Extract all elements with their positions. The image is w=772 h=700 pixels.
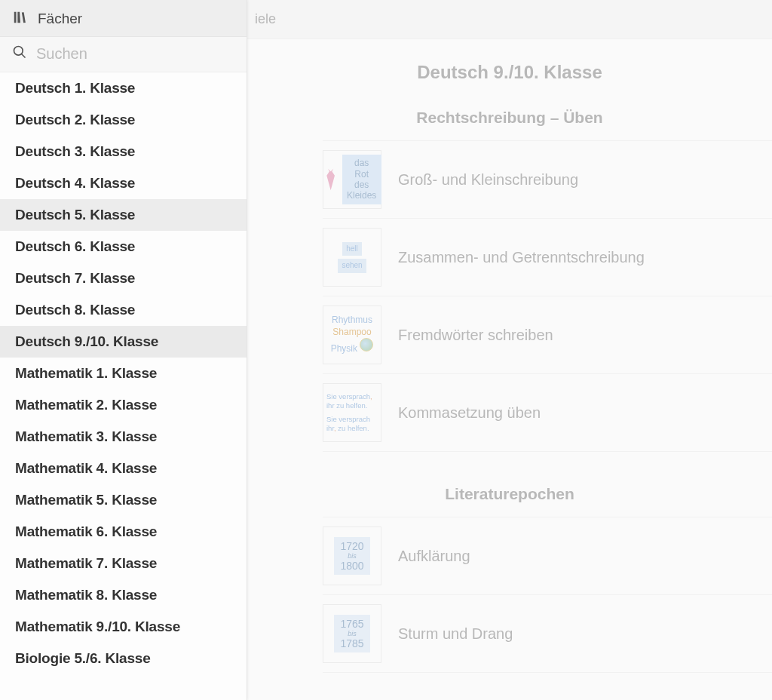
svg-line-1 <box>22 54 26 58</box>
item-thumbnail: 1720bis1800 <box>323 527 381 585</box>
item-thumbnail: 1765bis1785 <box>323 604 381 663</box>
sidebar-item[interactable]: Mathematik 6. Klasse <box>0 516 247 548</box>
sidebar-item[interactable]: Mathematik 7. Klasse <box>0 548 247 579</box>
sidebar-item[interactable]: Mathematik 8. Klasse <box>0 579 247 611</box>
item-title: Kommasetzung üben <box>398 404 541 422</box>
sidebar-item[interactable]: Deutsch 5. Klasse <box>0 199 247 231</box>
item-title: Groß- und Kleinschreibung <box>398 171 578 189</box>
search-input[interactable] <box>36 45 234 63</box>
books-icon <box>12 9 29 29</box>
sidebar-item[interactable]: Deutsch 6. Klasse <box>0 231 247 262</box>
sidebar-item[interactable]: Mathematik 5. Klasse <box>0 484 247 516</box>
sidebar-item[interactable]: Mathematik 4. Klasse <box>0 453 247 484</box>
sidebar-item[interactable]: Deutsch 1. Klasse <box>0 72 247 104</box>
item-thumbnail: RhythmusShampooPhysik <box>323 305 381 364</box>
item-title: Zusammen- und Getrenntschreibung <box>398 249 645 266</box>
section-title: Rechtschreibung – Üben <box>247 98 772 140</box>
item-thumbnail: hellsehen <box>323 228 381 287</box>
item-thumbnail: Sie versprach, ihr zu helfen. Sie verspr… <box>323 383 381 442</box>
sidebar: Fächer Deutsch 1. KlasseDeutsch 2. Klass… <box>0 0 247 700</box>
item-thumbnail: das RotdesKleides <box>323 150 381 209</box>
content-item[interactable]: das RotdesKleides Groß- und Kleinschreib… <box>323 140 772 219</box>
sidebar-item[interactable]: Deutsch 3. Klasse <box>0 136 247 167</box>
header-partial-text: iele <box>255 11 276 27</box>
search-row[interactable] <box>0 37 247 72</box>
page-title: Deutsch 9./10. Klasse <box>247 39 772 98</box>
item-title: Aufklärung <box>398 548 470 565</box>
sidebar-item[interactable]: Deutsch 7. Klasse <box>0 262 247 294</box>
sidebar-item[interactable]: Deutsch 8. Klasse <box>0 294 247 326</box>
sidebar-item[interactable]: Mathematik 3. Klasse <box>0 421 247 453</box>
top-header: iele <box>247 0 772 39</box>
content-item[interactable]: hellsehenZusammen- und Getrenntschreibun… <box>323 219 772 296</box>
sidebar-header: Fächer <box>0 0 247 37</box>
item-title: Fremdwörter schreiben <box>398 327 553 344</box>
main-content: iele Deutsch 9./10. Klasse Rechtschreibu… <box>247 0 772 700</box>
svg-point-0 <box>14 47 23 56</box>
sidebar-item[interactable]: Mathematik 9./10. Klasse <box>0 611 247 643</box>
section-title: Literaturepochen <box>247 474 772 517</box>
sidebar-item[interactable]: Mathematik 1. Klasse <box>0 358 247 389</box>
content-item[interactable]: 1765bis1785Sturm und Drang <box>323 595 772 673</box>
sidebar-item[interactable]: Deutsch 2. Klasse <box>0 104 247 136</box>
sidebar-item[interactable]: Deutsch 9./10. Klasse <box>0 326 247 358</box>
content-item[interactable]: Sie versprach, ihr zu helfen. Sie verspr… <box>323 374 772 452</box>
content-item[interactable]: 1720bis1800Aufklärung <box>323 517 772 595</box>
sidebar-title: Fächer <box>38 11 82 27</box>
sidebar-item[interactable]: Biologie 5./6. Klasse <box>0 643 247 674</box>
search-icon <box>12 45 27 63</box>
sidebar-item[interactable]: Mathematik 2. Klasse <box>0 389 247 421</box>
content-item[interactable]: RhythmusShampooPhysik Fremdwörter schrei… <box>323 296 772 374</box>
sidebar-item[interactable]: Deutsch 4. Klasse <box>0 167 247 199</box>
subject-list[interactable]: Deutsch 1. KlasseDeutsch 2. KlasseDeutsc… <box>0 72 247 700</box>
item-title: Sturm und Drang <box>398 625 513 643</box>
